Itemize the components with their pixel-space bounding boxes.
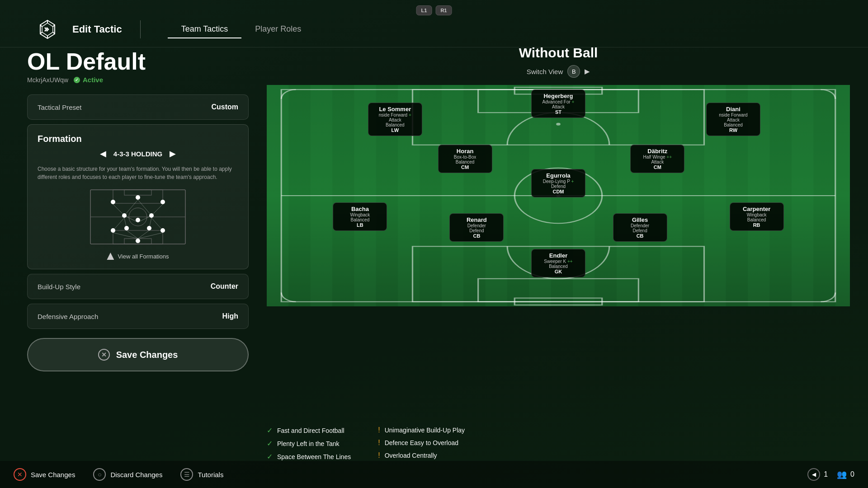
trait-warn-label-1: Unimaginative Build-Up Play	[385, 427, 465, 434]
save-changes-label: Save Changes	[116, 350, 178, 360]
formation-next-arrow[interactable]: ▶	[170, 149, 176, 159]
svg-point-15	[136, 239, 140, 243]
field-switch: Switch View B ▶	[267, 65, 850, 78]
svg-line-38	[138, 200, 151, 216]
defensive-card[interactable]: Defensive Approach High	[27, 304, 249, 329]
tutorials-action[interactable]: ☰ Tutorials	[180, 468, 223, 481]
player-card-egurrola[interactable]: Egurrola Deep-Lying P + Defend CDM	[531, 169, 585, 197]
tutorials-label: Tutorials	[198, 471, 223, 479]
defensive-label: Defensive Approach	[38, 313, 98, 320]
x-icon: ✕	[98, 349, 110, 361]
player-card-le-sommer[interactable]: Le Sommer nside Forward + Attack Balance…	[368, 103, 422, 136]
svg-line-35	[138, 216, 151, 222]
svg-point-25	[160, 200, 165, 204]
player-card-hegerberg[interactable]: Hegerberg Advanced For + Attack ST	[531, 89, 585, 118]
player-card-horan[interactable]: Horan Box-to-Box Balanced CM	[438, 145, 492, 173]
player-detail: Balanced	[373, 122, 417, 127]
trait-warn-label-2: Defence Easy to Overload	[385, 439, 458, 446]
player-name: Bacha	[338, 206, 382, 212]
player-card-renard[interactable]: Renard Defender Defend CB	[449, 213, 504, 242]
warning-icon-1: !	[378, 426, 380, 434]
trait-warn-3: ! Overload Centrally	[378, 451, 465, 460]
save-changes-action[interactable]: ✕ Save Changes	[14, 468, 75, 481]
player-card-bacha[interactable]: Bacha Wingback Balanced LB	[333, 202, 387, 231]
svg-line-33	[151, 218, 163, 230]
trait-good-2: ✓ Plenty Left in the Tank	[267, 439, 351, 448]
player-card-diani[interactable]: Diani nside Forward Attack Balanced RW	[706, 103, 760, 136]
player-card-dabritz[interactable]: Däbritz Half Winge ++ Attack CM	[630, 145, 684, 173]
build-up-card[interactable]: Build-Up Style Counter	[27, 274, 249, 299]
player-role: Wingback	[735, 212, 779, 217]
player-card-gilles[interactable]: Gilles Defender Defend CB	[613, 213, 667, 242]
switch-arrow-icon: ▶	[585, 67, 590, 75]
active-dot-icon	[74, 77, 80, 83]
player-pos: CB	[618, 233, 662, 239]
tab-player-roles[interactable]: Player Roles	[241, 21, 315, 38]
checkmark-icon-2: ✓	[267, 439, 273, 448]
warning-icon-3: !	[378, 451, 380, 460]
r1-button[interactable]: R1	[435, 5, 452, 15]
svg-marker-1	[42, 23, 53, 36]
trait-good-3: ✓ Space Between The Lines	[267, 452, 351, 461]
traits-good-column: ✓ Fast and Direct Football ✓ Plenty Left…	[267, 426, 351, 461]
player-role: Half Winge ++	[635, 155, 679, 160]
view-formations-label: View all Formations	[118, 253, 169, 260]
svg-line-30	[113, 218, 124, 230]
save-changes-button[interactable]: ✕ Save Changes	[27, 338, 249, 371]
trait-warn-2: ! Defence Easy to Overload	[378, 439, 465, 447]
counter-2: 👥 0	[837, 469, 854, 479]
player-focus: Balanced	[443, 160, 487, 164]
warning-icon-2: !	[378, 439, 380, 447]
player-pos: ST	[536, 109, 580, 115]
player-card-endler[interactable]: Endler Sweeper K ++ Balanced GK	[531, 249, 585, 277]
players-overlay: Le Sommer nside Forward + Attack Balance…	[267, 85, 850, 306]
discard-changes-action[interactable]: ○ Discard Changes	[93, 468, 162, 481]
player-focus: Balanced	[536, 264, 580, 269]
svg-line-26	[113, 233, 138, 239]
player-focus: Attack	[373, 117, 417, 122]
view-formations-button[interactable]: View all Formations	[38, 253, 238, 260]
header: Edit Tactic Team Tactics Player Roles	[0, 18, 868, 47]
triangle-icon	[107, 253, 114, 260]
player-name: Renard	[454, 216, 499, 223]
traits-panel: ✓ Fast and Direct Football ✓ Plenty Left…	[267, 426, 850, 461]
player-role: Sweeper K ++	[536, 259, 580, 264]
nav-arrow-left[interactable]: ◀	[807, 468, 820, 481]
trait-good-label-2: Plenty Left in the Tank	[277, 440, 340, 447]
player-pos: LW	[373, 127, 417, 133]
player-card-carpenter[interactable]: Carpenter Wingback Balanced RB	[730, 202, 784, 231]
bottom-right: ◀ 1 👥 0	[807, 468, 854, 481]
formation-description: Choose a basic structure for your team's…	[38, 165, 238, 181]
svg-point-23	[111, 200, 115, 204]
save-changes-bottom-label: Save Changes	[31, 471, 75, 479]
player-focus: Defend	[536, 184, 580, 189]
trait-good-1: ✓ Fast and Direct Football	[267, 426, 351, 435]
tab-team-tactics[interactable]: Team Tactics	[168, 21, 242, 38]
left-panel: OL Default MckrjAxUWqw Active Tactical P…	[27, 50, 249, 371]
svg-line-37	[124, 200, 138, 216]
trait-warn-label-3: Overload Centrally	[385, 452, 437, 459]
player-name: Endler	[536, 252, 580, 259]
svg-line-36	[113, 204, 124, 216]
b-icon: B	[572, 68, 576, 75]
switch-view-label: Switch View	[527, 68, 563, 75]
player-role: Wingback	[338, 212, 382, 217]
tactical-preset-card: Tactical Preset Custom	[27, 94, 249, 120]
formation-prev-arrow[interactable]: ◀	[100, 149, 106, 159]
build-up-label: Build-Up Style	[38, 283, 80, 291]
player-name: Hegerberg	[536, 93, 580, 99]
player-role: Box-to-Box	[443, 155, 487, 160]
l1-button[interactable]: L1	[416, 5, 432, 15]
player-role: nside Forward	[711, 113, 755, 117]
player-pos: RB	[735, 222, 779, 228]
x-button-icon: ✕	[14, 468, 26, 481]
trait-warn-1: ! Unimaginative Build-Up Play	[378, 426, 465, 434]
soccer-field: Le Sommer nside Forward + Attack Balance…	[267, 85, 850, 306]
tactical-preset-header: Tactical Preset Custom	[28, 95, 248, 119]
tactical-preset-label: Tactical Preset	[38, 103, 82, 111]
defensive-header: Defensive Approach High	[28, 304, 248, 328]
switch-view-button[interactable]: B	[567, 65, 580, 78]
player-focus: Balanced	[735, 217, 779, 222]
player-pos: GK	[536, 269, 580, 274]
counter-2-value: 0	[850, 470, 854, 479]
